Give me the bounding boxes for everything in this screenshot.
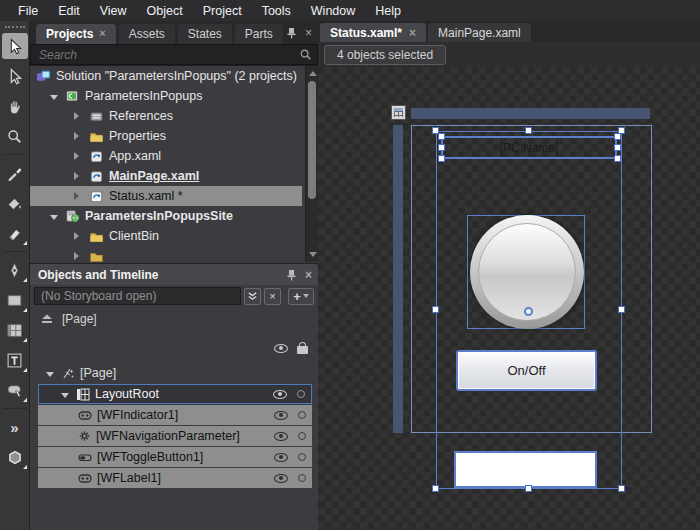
selection-handle[interactable] (614, 155, 621, 162)
text-input-control[interactable] (454, 451, 597, 488)
selection-handle[interactable] (525, 127, 532, 134)
grid-layout-tool-button[interactable] (2, 317, 28, 343)
collapsed-icon[interactable] (74, 132, 79, 140)
scope-up-icon[interactable] (40, 313, 54, 325)
pin-ring-icon[interactable] (297, 390, 305, 398)
eye-icon[interactable] (274, 411, 288, 420)
artboard-grid-icon[interactable] (391, 105, 406, 120)
collapsed-icon[interactable] (74, 172, 79, 180)
objects-panel-header[interactable]: Objects and Timeline × (30, 264, 318, 285)
object-row-wflabel1[interactable]: [WFLabel1] (38, 468, 312, 488)
expanded-icon[interactable] (50, 95, 58, 100)
panel-close-icon[interactable]: × (305, 26, 312, 40)
pin-ring-icon[interactable] (298, 411, 306, 419)
collapsed-icon[interactable] (74, 232, 79, 240)
menu-object[interactable]: Object (137, 2, 193, 20)
menu-file[interactable]: File (8, 2, 48, 20)
close-storyboard-button[interactable]: × (264, 288, 281, 305)
pin-ring-icon[interactable] (298, 453, 306, 461)
expanded-icon[interactable] (46, 372, 54, 377)
storyboard-selector[interactable]: (No Storyboard open) (34, 287, 241, 305)
tree-item-properties[interactable]: Properties (30, 126, 318, 146)
tree-item-mainpage-xaml[interactable]: MainPage.xaml (30, 166, 318, 186)
selection-handle[interactable] (618, 485, 625, 492)
collapsed-icon[interactable] (74, 252, 79, 260)
open-storyboard-button[interactable] (244, 288, 261, 305)
tab-parts[interactable]: Parts (235, 24, 283, 44)
selection-handle[interactable] (618, 306, 625, 313)
doc-tab-status-xaml[interactable]: Status.xaml* × (320, 23, 426, 42)
direct-selection-tool-button[interactable] (2, 63, 28, 89)
selection-handle[interactable] (525, 485, 532, 492)
pen-tool-button[interactable] (2, 257, 28, 283)
grid-rail-horizontal[interactable] (411, 108, 650, 119)
controls-tool-button[interactable] (2, 377, 28, 403)
tree-item-app-xaml[interactable]: App.xaml (30, 146, 318, 166)
wflabel1-control[interactable]: [PC:Name] (441, 136, 617, 159)
eraser-tool-button[interactable] (2, 220, 28, 246)
object-row-wftogglebutton1[interactable]: [WFToggleButton1] (38, 447, 312, 467)
tree-item-partial[interactable] (30, 246, 318, 262)
pin-ring-icon[interactable] (298, 432, 306, 440)
collapsed-icon[interactable] (74, 152, 79, 160)
pin-icon[interactable] (286, 269, 297, 281)
eyedropper-tool-button[interactable] (2, 160, 28, 186)
selection-tool-button[interactable] (2, 33, 28, 59)
menu-help[interactable]: Help (365, 2, 411, 20)
tab-projects[interactable]: Projects × (36, 24, 116, 44)
search-input[interactable] (30, 44, 318, 65)
expanded-icon[interactable] (61, 393, 69, 398)
design-canvas[interactable]: [PC:Name] On/Off (318, 67, 700, 530)
selection-handle[interactable] (438, 133, 445, 140)
pin-ring-icon[interactable] (298, 474, 306, 482)
selection-handle[interactable] (432, 485, 439, 492)
tree-item-references[interactable]: References (30, 106, 318, 126)
eye-icon[interactable] (274, 344, 288, 353)
pin-icon[interactable] (286, 27, 297, 39)
scroll-up-icon[interactable] (309, 71, 317, 76)
doc-tab-mainpage-xaml[interactable]: MainPage.xaml (428, 23, 531, 42)
text-tool-button[interactable] (2, 347, 28, 373)
menu-window[interactable]: Window (301, 2, 365, 20)
object-row-page[interactable]: [Page] (38, 363, 312, 383)
menu-tools[interactable]: Tools (252, 2, 301, 20)
tab-states[interactable]: States (178, 24, 232, 44)
menu-project[interactable]: Project (193, 2, 252, 20)
grid-rail-vertical[interactable] (393, 125, 403, 433)
project-tree-scrollbar[interactable] (305, 66, 318, 262)
selection-handle[interactable] (438, 144, 445, 151)
expanded-icon[interactable] (50, 215, 58, 220)
tree-item-project[interactable]: ParametersInPopups (30, 86, 318, 106)
wftogglebutton1-control[interactable]: On/Off (456, 350, 597, 391)
tree-item-site-project[interactable]: ParametersInPopupsSite (30, 206, 318, 226)
collapsed-icon[interactable] (74, 112, 79, 120)
object-row-wfindicator1[interactable]: [WFIndicator1] (38, 405, 312, 425)
selection-handle[interactable] (614, 144, 621, 151)
assets-tool-button[interactable]: » (2, 414, 28, 440)
selection-handle[interactable] (438, 155, 445, 162)
tab-assets[interactable]: Assets (119, 24, 175, 44)
scroll-down-icon[interactable] (309, 252, 317, 257)
lock-icon[interactable] (297, 346, 308, 354)
collapsed-icon[interactable] (74, 192, 79, 200)
tree-item-solution[interactable]: Solution "ParametersInPopups" (2 project… (30, 66, 318, 86)
selection-handle[interactable] (432, 306, 439, 313)
paint-bucket-tool-button[interactable] (2, 190, 28, 216)
eye-icon[interactable] (273, 390, 287, 399)
object-row-layoutroot[interactable]: LayoutRoot (38, 384, 312, 404)
tree-item-clientbin[interactable]: ClientBin (30, 226, 318, 246)
toolbox-grip[interactable] (5, 26, 25, 28)
new-storyboard-button[interactable]: + (288, 288, 314, 305)
zoom-tool-button[interactable] (2, 123, 28, 149)
rectangle-tool-button[interactable] (2, 287, 28, 313)
selection-handle[interactable] (614, 133, 621, 140)
tab-close-icon[interactable]: × (99, 27, 105, 44)
last-used-asset-button[interactable] (2, 444, 28, 470)
eye-icon[interactable] (274, 432, 288, 441)
eye-icon[interactable] (274, 474, 288, 483)
eye-icon[interactable] (274, 453, 288, 462)
panel-close-icon[interactable]: × (305, 268, 312, 282)
scope-row[interactable]: [Page] (30, 307, 318, 331)
menu-view[interactable]: View (90, 2, 137, 20)
doc-tab-close-icon[interactable]: × (409, 26, 416, 42)
